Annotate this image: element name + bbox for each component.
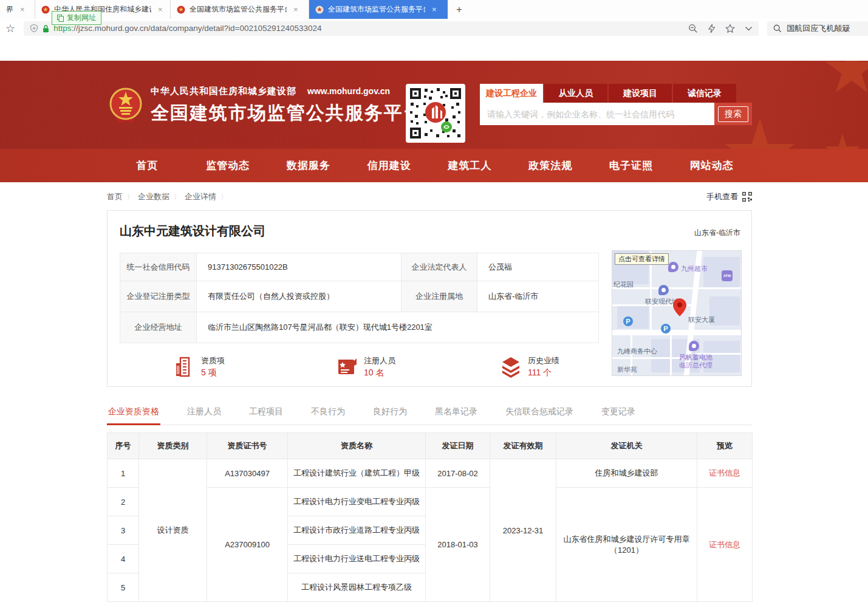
layers-icon: [500, 356, 522, 378]
stat-registered-personnel: 注册人员 10 名: [336, 355, 500, 378]
address-bar[interactable]: https://jzsc.mohurd.gov.cn/data/company/…: [24, 21, 759, 36]
location-map[interactable]: 点击可查看详情 九州超市 ATM 纪花园 联安现代城 联安大厦 P P 九峰商务…: [612, 250, 742, 376]
parking-icon: P: [661, 324, 671, 333]
browser-tab-1[interactable]: 界 ×: [0, 0, 35, 19]
nav-home[interactable]: 首页: [107, 149, 188, 182]
tab-blacklist[interactable]: 黑名单记录: [434, 402, 479, 425]
map-label-xinhua: 新华苑: [617, 365, 637, 374]
shield-icon[interactable]: [30, 24, 38, 33]
nav-data-service[interactable]: 数据服务: [268, 149, 349, 182]
mobile-view-label: 手机查看: [706, 191, 738, 202]
flash-icon[interactable]: [708, 24, 716, 33]
col-category: 资质类别: [139, 433, 207, 459]
cell-preview: 证书信息: [697, 459, 753, 488]
cell-no: 1: [108, 459, 139, 488]
address-value: 临沂市兰山区陶然路107号星河晶都（联安）现代城1号楼2201室: [197, 312, 599, 343]
search-category-tabs: 建设工程企业 从业人员 建设项目 诚信记录: [480, 84, 752, 103]
tab-good-behavior[interactable]: 良好行为: [372, 402, 408, 425]
address-bar-actions: [688, 24, 753, 33]
search-tab-enterprise[interactable]: 建设工程企业: [480, 84, 543, 103]
table-row: 企业登记注册类型 有限责任公司（自然人投资或控股） 企业注册属地 山东省-临沂市: [120, 281, 599, 312]
search-bar: 搜索: [480, 103, 752, 125]
nav-site-news[interactable]: 网站动态: [671, 149, 752, 182]
table-row: 统一社会信用代码 91371302675501022B 企业法定代表人 公茂福: [120, 253, 599, 281]
mobile-view[interactable]: 手机查看: [706, 191, 752, 202]
cell-validity: 2023-12-31: [490, 459, 556, 602]
chevron-down-icon[interactable]: [745, 26, 753, 31]
cell-no: 4: [108, 545, 139, 573]
search-button[interactable]: 搜索: [714, 103, 752, 125]
certificate-info-link[interactable]: 证书信息: [709, 468, 740, 477]
search-tab-credit[interactable]: 诚信记录: [673, 84, 736, 103]
breadcrumb-home[interactable]: 首页: [107, 191, 123, 202]
breadcrumb-enterprise-data[interactable]: 企业数据: [138, 191, 169, 202]
tab-label: 全国建筑市场监管公共服务平台: [328, 4, 425, 15]
nav-policy[interactable]: 政策法规: [510, 149, 591, 182]
copy-icon: [57, 15, 64, 22]
col-validity: 发证有效期: [490, 433, 556, 459]
emblem-favicon-icon: [41, 5, 50, 14]
browser-chrome: 界 × 中华人民共和国住房和城乡建设 × 全国建筑市场监管公共服务平台 × 全国…: [0, 0, 868, 38]
cell-authority: 住房和城乡建设部: [556, 459, 697, 488]
cell-no: 5: [108, 573, 139, 602]
reg-region-value: 山东省-临沂市: [477, 281, 599, 312]
browser-tab-3[interactable]: 全国建筑市场监管公共服务平台 ×: [171, 0, 309, 19]
bookmark-star-icon[interactable]: ☆: [5, 22, 15, 35]
site-brand[interactable]: 中华人民共和国住房和城乡建设部www.mohurd.gov.cn 全国建筑市场监…: [109, 84, 423, 128]
stat-label: 历史业绩: [528, 355, 559, 366]
stat-label: 注册人员: [364, 355, 395, 366]
cell-name: 工程设计电力行业变电工程专业丙级: [288, 488, 426, 516]
search-input[interactable]: [480, 103, 714, 125]
col-issue-date: 发证日期: [426, 433, 490, 459]
company-name: 山东中元建筑设计有限公司: [120, 223, 265, 239]
certificate-info-link[interactable]: 证书信息: [709, 540, 740, 549]
search-tab-project[interactable]: 建设项目: [609, 84, 672, 103]
zoom-out-icon[interactable]: [688, 24, 698, 33]
authority-line2: （1201）: [560, 545, 693, 556]
copy-url-tooltip[interactable]: 复制网址: [52, 11, 101, 25]
map-label-supermarket: 九州超市: [681, 264, 708, 273]
authority-line1: 山东省住房和城乡建设厅许可专用章: [560, 534, 693, 545]
emblem-favicon-icon: [177, 5, 185, 14]
stat-value: 10 名: [364, 367, 395, 378]
tab-projects[interactable]: 工程项目: [248, 402, 284, 425]
favorite-star-icon[interactable]: [725, 24, 735, 33]
tab-registered-personnel[interactable]: 注册人员: [186, 402, 222, 425]
breadcrumb-enterprise-detail[interactable]: 企业详情: [185, 191, 216, 202]
flag-star-decoration: [824, 134, 861, 149]
col-preview: 预览: [697, 433, 753, 459]
new-tab-button[interactable]: +: [448, 0, 471, 19]
browser-tab-active[interactable]: 全国建筑市场监管公共服务平台 ×: [309, 0, 448, 19]
nav-workers[interactable]: 建筑工人: [429, 149, 510, 182]
company-region: 山东省-临沂市: [694, 228, 740, 238]
search-button-label: 搜索: [718, 106, 748, 122]
building-poi-icon: [658, 285, 669, 295]
url-text[interactable]: https://jzsc.mohurd.gov.cn/data/company/…: [53, 24, 684, 33]
brand-text: 中华人民共和国住房和城乡建设部www.mohurd.gov.cn 全国建筑市场监…: [151, 86, 423, 126]
tab-close-icon[interactable]: ×: [158, 5, 163, 14]
tab-change-records[interactable]: 变更记录: [600, 402, 637, 425]
reg-region-label: 企业注册属地: [402, 281, 477, 312]
lock-icon[interactable]: [43, 24, 49, 33]
quick-search-box[interactable]: 国航回应飞机颠簸: [767, 21, 868, 36]
map-label-jiufeng: 九峰商务中心: [617, 347, 657, 356]
qualification-table: 序号 资质类别 资质证书号 资质名称 发证日期 发证有效期 发证机关 预览 1 …: [107, 432, 753, 602]
tab-qualifications[interactable]: 企业资质资格: [107, 402, 160, 425]
cell-name: 工程设计市政行业道路工程专业丙级: [288, 516, 426, 545]
nav-e-license[interactable]: 电子证照: [591, 149, 672, 182]
table-row: 企业经营地址 临沂市兰山区陶然路107号星河晶都（联安）现代城1号楼2201室: [120, 312, 599, 343]
tab-close-icon[interactable]: ×: [20, 5, 25, 14]
company-info-table: 统一社会信用代码 91371302675501022B 企业法定代表人 公茂福 …: [120, 253, 599, 343]
qr-code: [406, 84, 465, 143]
cell-category: 设计资质: [139, 459, 207, 602]
tab-close-icon[interactable]: ×: [293, 5, 298, 14]
qr-small-icon: [742, 192, 752, 202]
nav-credit[interactable]: 信用建设: [349, 149, 429, 182]
search-tab-personnel[interactable]: 从业人员: [544, 84, 607, 103]
url-scheme: https: [53, 24, 71, 33]
tab-dishonesty-records[interactable]: 失信联合惩戒记录: [504, 402, 575, 425]
tab-close-icon[interactable]: ×: [432, 5, 437, 14]
tab-bad-behavior[interactable]: 不良行为: [310, 402, 346, 425]
emblem-favicon-icon: [315, 5, 324, 14]
nav-supervision[interactable]: 监管动态: [188, 149, 268, 182]
